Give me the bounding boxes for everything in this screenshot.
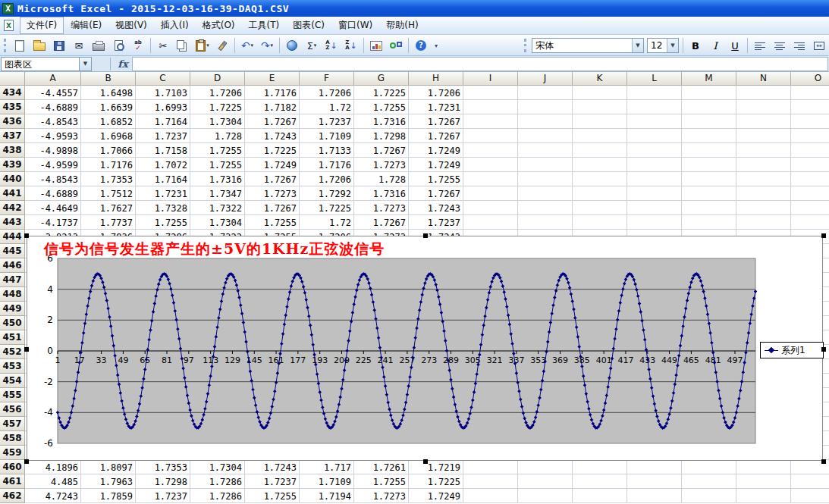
cell-M443[interactable] <box>682 215 736 230</box>
cell-K443[interactable] <box>573 215 627 230</box>
cell-G437[interactable]: 1.7298 <box>354 129 409 143</box>
cell-A442[interactable]: -4.4649 <box>25 201 81 215</box>
column-header-I[interactable]: I <box>463 72 518 86</box>
open-button[interactable] <box>30 37 49 54</box>
cell-D436[interactable]: 1.7304 <box>190 114 245 129</box>
cell-D443[interactable]: 1.7304 <box>190 215 245 230</box>
chart-object[interactable]: 6420-2-4-6117334965819711312914516117719… <box>27 236 823 461</box>
redo-button[interactable]: ↷▾ <box>258 37 276 54</box>
sort-descending-button[interactable]: ZA↓ <box>342 37 360 54</box>
cell-A437[interactable]: -4.9593 <box>25 129 81 143</box>
help-button[interactable]: ? <box>412 37 430 54</box>
name-box[interactable]: 图表区 <box>1 57 80 71</box>
cell-E443[interactable]: 1.7255 <box>245 215 300 230</box>
cell-B442[interactable]: 1.7627 <box>81 201 136 215</box>
column-header-C[interactable]: C <box>136 72 190 86</box>
copy-button[interactable] <box>174 37 192 54</box>
cell-I443[interactable] <box>463 215 518 230</box>
cell-I438[interactable] <box>463 143 518 158</box>
cell-H462[interactable]: 1.7249 <box>409 489 463 503</box>
cell-J435[interactable] <box>518 100 573 114</box>
selection-handle[interactable] <box>821 347 826 352</box>
cell-N462[interactable] <box>736 489 791 503</box>
cell-J434[interactable] <box>518 86 573 100</box>
cell-H435[interactable]: 1.7231 <box>409 100 463 114</box>
cell-K441[interactable] <box>573 186 627 201</box>
cell-C435[interactable]: 1.6993 <box>136 100 190 114</box>
cell-J440[interactable] <box>518 172 573 186</box>
cell-O462[interactable] <box>791 489 829 503</box>
cell-B443[interactable]: 1.7737 <box>81 215 136 230</box>
email-button[interactable]: ✉ <box>70 37 88 54</box>
cell-K437[interactable] <box>573 129 627 143</box>
column-header-O[interactable]: O <box>791 72 829 86</box>
cell-E437[interactable]: 1.7243 <box>245 129 300 143</box>
cell-A440[interactable]: -4.8543 <box>25 172 81 186</box>
cell-O438[interactable] <box>791 143 829 158</box>
column-header-M[interactable]: M <box>682 72 736 86</box>
cell-E442[interactable]: 1.7267 <box>245 201 300 215</box>
cell-B438[interactable]: 1.7066 <box>81 143 136 158</box>
toolbar-grip[interactable] <box>4 39 6 52</box>
menu-item-insert[interactable]: 插入(I) <box>154 17 196 34</box>
cell-E439[interactable]: 1.7249 <box>245 158 300 172</box>
cell-H439[interactable]: 1.7249 <box>409 158 463 172</box>
cell-O435[interactable] <box>791 100 829 114</box>
row-header-454[interactable]: 454 <box>0 374 25 388</box>
cell-N438[interactable] <box>736 143 791 158</box>
cell-M461[interactable] <box>682 474 736 489</box>
cell-M460[interactable] <box>682 460 736 474</box>
cell-J438[interactable] <box>518 143 573 158</box>
menu-item-tools[interactable]: 工具(T) <box>242 17 287 34</box>
chevron-down-icon[interactable]: ▼ <box>632 39 643 52</box>
menu-item-format[interactable]: 格式(O) <box>196 17 242 34</box>
cell-M439[interactable] <box>682 158 736 172</box>
cell-G439[interactable]: 1.7273 <box>354 158 409 172</box>
cell-L441[interactable] <box>627 186 682 201</box>
cell-B434[interactable]: 1.6498 <box>81 86 136 100</box>
cell-K460[interactable] <box>573 460 627 474</box>
cell-O442[interactable] <box>791 201 829 215</box>
row-header-440[interactable]: 440 <box>0 172 25 186</box>
cell-E434[interactable]: 1.7176 <box>245 86 300 100</box>
selection-handle[interactable] <box>423 459 428 464</box>
selection-handle[interactable] <box>821 233 826 238</box>
column-header-J[interactable]: J <box>518 72 573 86</box>
menu-item-help[interactable]: 帮助(H) <box>379 17 425 34</box>
row-header-450[interactable]: 450 <box>0 316 25 330</box>
cell-K439[interactable] <box>573 158 627 172</box>
print-preview-button[interactable] <box>109 37 127 54</box>
cell-E440[interactable]: 1.7267 <box>245 172 300 186</box>
cell-G461[interactable]: 1.7255 <box>354 474 409 489</box>
chevron-down-icon[interactable]: ▾ <box>206 42 209 49</box>
cell-K440[interactable] <box>573 172 627 186</box>
cell-C440[interactable]: 1.7164 <box>136 172 190 186</box>
cell-F434[interactable]: 1.7206 <box>300 86 354 100</box>
cell-I439[interactable] <box>463 158 518 172</box>
row-header-461[interactable]: 461 <box>0 474 25 489</box>
row-header-435[interactable]: 435 <box>0 100 25 114</box>
selection-handle[interactable] <box>423 233 428 238</box>
cell-N436[interactable] <box>736 114 791 129</box>
cell-N440[interactable] <box>736 172 791 186</box>
cell-D437[interactable]: 1.728 <box>190 129 245 143</box>
chevron-down-icon[interactable]: ▾ <box>314 42 317 49</box>
cell-D435[interactable]: 1.7225 <box>190 100 245 114</box>
cell-H437[interactable]: 1.7267 <box>409 129 463 143</box>
save-button[interactable] <box>50 37 68 54</box>
paste-button[interactable]: ▾ <box>193 37 212 54</box>
cell-C437[interactable]: 1.7237 <box>136 129 190 143</box>
cell-J461[interactable] <box>518 474 573 489</box>
cell-F443[interactable]: 1.72 <box>300 215 354 230</box>
cell-N461[interactable] <box>736 474 791 489</box>
cell-E436[interactable]: 1.7267 <box>245 114 300 129</box>
cell-K438[interactable] <box>573 143 627 158</box>
cell-K434[interactable] <box>573 86 627 100</box>
cell-O440[interactable] <box>791 172 829 186</box>
row-header-460[interactable]: 460 <box>0 460 25 474</box>
cell-J442[interactable] <box>518 201 573 215</box>
cell-G460[interactable]: 1.7261 <box>354 460 409 474</box>
cell-A439[interactable]: -4.9599 <box>25 158 81 172</box>
cell-F460[interactable]: 1.717 <box>300 460 354 474</box>
menu-item-chart[interactable]: 图表(C) <box>286 17 331 34</box>
